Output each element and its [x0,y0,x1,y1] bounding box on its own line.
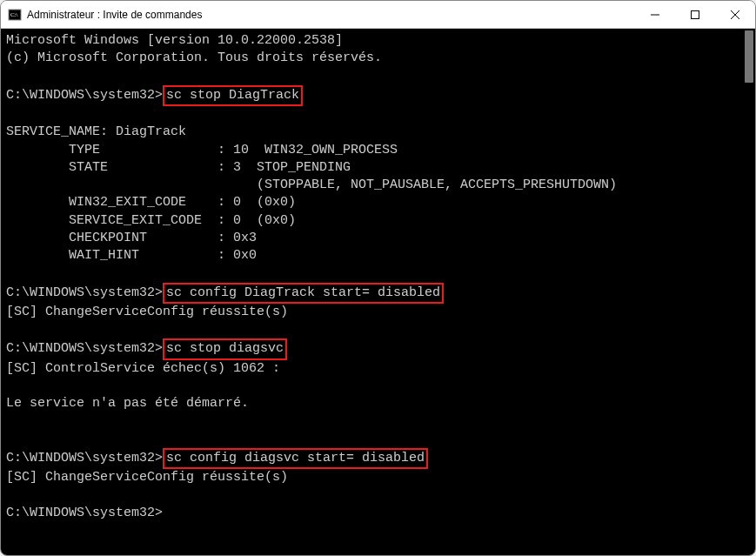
output-line: STATE : 3 STOP_PENDING [6,159,750,177]
command-highlight: sc stop diagsvc [163,338,287,359]
minimize-button[interactable] [635,1,675,29]
prompt: C:\WINDOWS\system32> [6,88,163,103]
output-line: Le service n'a pas été démarré. [6,395,750,412]
app-icon: C:\ [8,8,22,22]
command-highlight: sc stop DiagTrack [163,85,303,106]
prompt: C:\WINDOWS\system32> [6,341,163,356]
command-prompt-window: C:\ Administrateur : Invite de commandes… [0,0,756,556]
maximize-button[interactable] [675,1,715,29]
titlebar[interactable]: C:\ Administrateur : Invite de commandes [1,1,755,29]
output-line: [SC] ChangeServiceConfig réussite(s) [6,469,750,486]
scrollbar-thumb[interactable] [745,30,753,83]
prompt: C:\WINDOWS\system32> [6,451,163,466]
banner-line: (c) Microsoft Corporation. Tous droits r… [6,50,750,67]
output-line: WAIT_HINT : 0x0 [6,247,750,265]
terminal-area[interactable]: Microsoft Windows [version 10.0.22000.25… [1,29,755,555]
prompt: C:\WINDOWS\system32> [6,506,163,520]
close-button[interactable] [715,1,755,29]
svg-rect-3 [692,10,699,18]
prompt: C:\WINDOWS\system32> [6,285,163,300]
command-highlight: sc config DiagTrack start= disabled [163,283,444,304]
output-line: SERVICE_NAME: DiagTrack [6,124,750,141]
svg-text:C:\: C:\ [10,11,18,18]
output-line: WIN32_EXIT_CODE : 0 (0x0) [6,194,750,211]
output-line: TYPE : 10 WIN32_OWN_PROCESS [6,142,750,159]
output-line: [SC] ControlService échec(s) 1062 : [6,360,750,378]
window-title: Administrateur : Invite de commandes [27,9,635,21]
output-line: CHECKPOINT : 0x3 [6,230,750,247]
output-line: [SC] ChangeServiceConfig réussite(s) [6,304,750,321]
banner-line: Microsoft Windows [version 10.0.22000.25… [6,32,750,50]
command-highlight: sc config diagsvc start= disabled [163,448,428,469]
output-line: SERVICE_EXIT_CODE : 0 (0x0) [6,212,750,230]
output-line: (STOPPABLE, NOT_PAUSABLE, ACCEPTS_PRESHU… [6,177,750,194]
